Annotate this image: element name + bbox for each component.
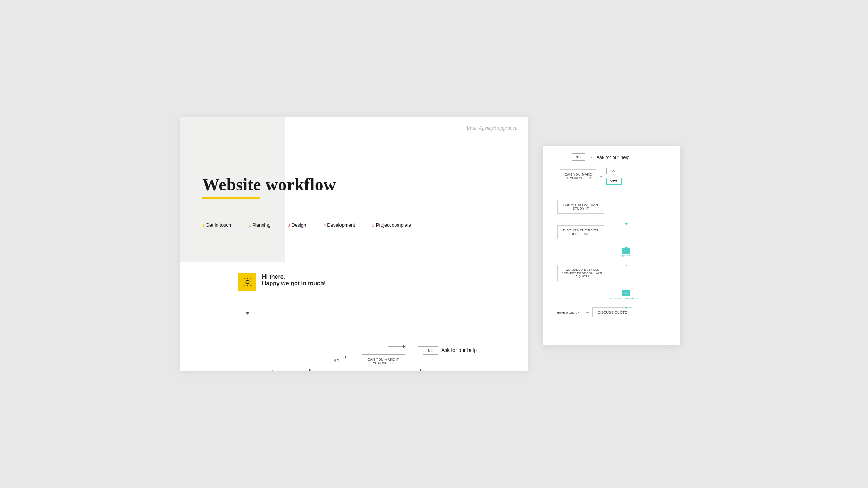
sc-ask-help-1: Ask for our help (597, 155, 630, 160)
can-make-yourself-box: CAN YOU MAKE IT YOURSELF? (362, 354, 405, 368)
yes-box: YES (423, 370, 442, 371)
ask-for-help-label: Ask for our help (441, 347, 477, 353)
agency-label: Erom Agency's approach (467, 125, 517, 131)
step-number-5: 5 (372, 223, 375, 228)
title-section: Website workflow (202, 175, 336, 199)
sc-brief-label: BRIEF (621, 254, 631, 258)
step-item-1[interactable]: 1 Get in touch (202, 222, 231, 228)
svg-line-8 (244, 285, 245, 285)
greeting-line1: Hi there, (262, 274, 326, 280)
sun-icon (242, 277, 253, 287)
step-label-3: Design (292, 222, 306, 228)
svg-point-0 (246, 280, 249, 283)
step-label-5: Project complete (376, 222, 411, 228)
no-box-1: NO (329, 357, 344, 365)
sc-arrow-right-2: → (599, 174, 604, 179)
step-number-1: 1 (202, 223, 204, 228)
sc-submit-box: SUBMIT SO WE CAN STUDY IT (557, 200, 604, 214)
steps-nav: 1 Get in touch 2 Planning 3 Design 4 Dev… (202, 222, 429, 228)
bottom-section (180, 262, 528, 371)
sc-no-box-2: NO (606, 168, 618, 174)
sc-arrow-down-5 (626, 300, 626, 307)
step-label-2: Planning (252, 222, 271, 228)
sc-arrow-down-4 (626, 283, 626, 290)
step-number-4: 4 (324, 223, 326, 228)
sc-arrow-down-3 (626, 258, 626, 265)
step-label-1: Get in touch (206, 222, 231, 228)
sc-discuss-quote-box: DISCUSS QUOTE (592, 307, 632, 317)
sc-arrow-down-2 (626, 240, 626, 248)
sc-discuss-brief-box: DISCUSS THE BRIEF IN DETAIL (557, 225, 604, 239)
greeting-text: Hi there, Happy we got in touch! (262, 274, 326, 287)
step-item-4[interactable]: 4 Development (324, 222, 355, 228)
sc-proposal-label: PROJECT PROPOSAL (609, 297, 642, 300)
step-item-2[interactable]: 2 Planning (249, 222, 271, 228)
arrow-down-connector (247, 291, 247, 313)
page-title: Website workflow (202, 175, 336, 194)
step-number-3: 3 (288, 223, 290, 228)
step-label-4: Development (327, 222, 355, 228)
sc-have-a-deal-box: HAVE A DEAL? (554, 309, 582, 316)
second-card-content: NO → Ask for our help CAN YOU MAKE IT YO… (550, 153, 673, 317)
sc-arrow-down-1 (626, 216, 626, 224)
step-item-3[interactable]: 3 Design (288, 222, 306, 228)
svg-point-9 (250, 285, 252, 286)
sc-arrow-right-1: → (589, 155, 593, 160)
step-item-5[interactable]: 5 Project complete (372, 222, 411, 228)
svg-line-7 (250, 279, 251, 279)
title-underline (202, 197, 260, 199)
main-card: Erom Agency's approach Website workflow … (180, 117, 528, 371)
no-box-2: NO (423, 346, 438, 355)
sc-can-make-box: CAN YOU MAKE IT YOURSELF? (560, 169, 596, 183)
sc-no-box-1: NO (572, 153, 585, 161)
sun-icon-box (238, 273, 256, 291)
outer-wrapper: Erom Agency's approach Website workflow … (180, 117, 688, 371)
sc-arrow-right-3: → (585, 310, 589, 315)
sc-detailed-proposal-box: WE MAKE A DETAILED PROJECT PROPOSAL WITH… (557, 265, 608, 281)
svg-line-5 (244, 279, 245, 279)
brief-question-box: DO YOU HAVE A BRIEF? (217, 370, 273, 371)
greeting-line2: Happy we got in touch! (262, 280, 326, 287)
step-number-2: 2 (249, 223, 251, 228)
second-card: NO → Ask for our help CAN YOU MAKE IT YO… (543, 146, 680, 345)
sc-yes-box: YES (606, 178, 622, 185)
